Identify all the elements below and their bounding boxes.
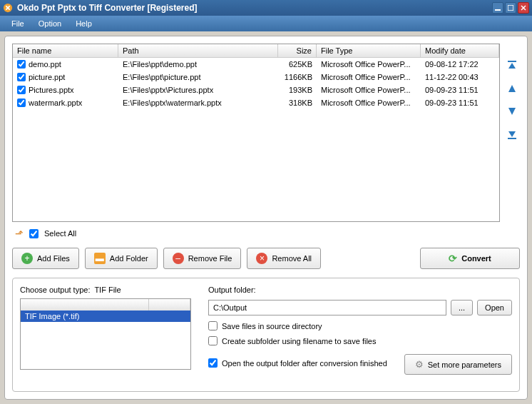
minimize-button[interactable] [492,2,503,14]
output-folder-input[interactable] [208,300,446,315]
convert-button[interactable]: ⟳ Convert [420,248,520,269]
row-date: 09-09-23 11:51 [421,97,499,108]
move-bottom-button[interactable] [506,128,518,141]
svg-rect-2 [508,5,513,11]
open-folder-button[interactable]: Open [477,300,512,315]
row-size: 1166KB [278,71,317,83]
row-checkbox[interactable] [17,60,26,69]
file-list-header: File name Path Size File Type Modify dat… [13,44,499,58]
svg-rect-3 [508,61,516,62]
create-subfolder-label: Create subfolder using filename to save … [222,337,376,345]
row-type: Microsoft Office PowerP... [317,59,421,70]
col-size[interactable]: Size [278,44,317,57]
save-in-source-label: Save files in source directory [222,322,322,330]
convert-label: Convert [461,254,491,263]
remove-file-button[interactable]: – Remove File [163,248,242,269]
row-size: 625KB [278,59,317,70]
plus-icon: + [21,253,33,264]
table-row[interactable]: watermark.pptxE:\Files\pptx\watermark.pp… [13,96,499,109]
col-date[interactable]: Modify date [421,44,499,57]
row-filename: watermark.pptx [29,99,82,107]
output-type-label: Choose output type: TIF File [20,286,191,294]
row-checkbox[interactable] [17,86,26,94]
folder-icon: ▬ [94,253,106,264]
row-type: Microsoft Office PowerP... [317,97,421,108]
row-date: 09-08-12 17:22 [421,59,499,70]
menu-option[interactable]: Option [33,18,67,29]
remove-all-button[interactable]: × Remove All [247,248,321,269]
table-row[interactable]: demo.pptE:\Files\ppt\demo.ppt625KBMicros… [13,58,499,71]
remove-all-label: Remove All [272,254,312,263]
move-down-button[interactable] [506,105,518,118]
table-row[interactable]: picture.pptE:\Files\ppt\picture.ppt1166K… [13,71,499,84]
row-path: E:\Files\ppt\picture.ppt [118,71,278,83]
move-top-button[interactable] [506,59,518,72]
row-size: 318KB [278,97,317,108]
remove-file-label: Remove File [188,254,232,263]
open-after-label: Open the output folder after conversion … [222,359,387,368]
menu-help[interactable]: Help [70,18,98,29]
row-date: 11-12-22 00:43 [421,71,499,83]
svg-rect-4 [508,138,516,139]
row-filename: demo.ppt [29,60,61,69]
file-list[interactable]: File name Path Size File Type Modify dat… [12,44,500,222]
save-in-source-checkbox[interactable] [208,321,218,330]
row-date: 09-09-23 11:51 [421,84,499,96]
select-all-label: Select All [44,229,76,238]
create-subfolder-checkbox[interactable] [208,336,218,345]
row-size: 193KB [278,84,317,96]
row-filename: Pictures.pptx [29,86,74,94]
svg-rect-1 [495,9,501,11]
close-button[interactable] [518,2,529,14]
row-type: Microsoft Office PowerP... [317,84,421,96]
app-icon [3,3,13,13]
col-type[interactable]: File Type [317,44,421,57]
output-type-list[interactable]: TIF Image (*.tif) [20,298,191,370]
row-path: E:\Files\ppt\demo.ppt [118,59,278,70]
row-filename: picture.ppt [29,73,65,81]
table-row[interactable]: Pictures.pptxE:\Files\pptx\Pictures.pptx… [13,84,499,96]
set-parameters-label: Set more parameters [428,360,501,369]
add-files-button[interactable]: + Add Files [12,248,79,269]
titlebar: Okdo Ppt Pptx to Tiff Converter [Registe… [0,0,532,16]
col-path[interactable]: Path [118,44,278,57]
add-files-label: Add Files [37,254,70,263]
convert-icon: ⟳ [449,253,457,264]
row-path: E:\Files\pptx\watermark.pptx [118,97,278,108]
set-parameters-button[interactable]: ⚙ Set more parameters [404,354,512,375]
row-checkbox[interactable] [17,73,26,81]
minus-icon: – [173,253,184,264]
col-filename[interactable]: File name [13,44,118,57]
menu-file[interactable]: File [6,18,30,29]
move-up-button[interactable] [506,82,518,95]
maximize-button[interactable] [505,2,516,14]
add-folder-button[interactable]: ▬ Add Folder [85,248,158,269]
add-folder-label: Add Folder [110,254,148,263]
open-after-checkbox[interactable] [208,358,218,368]
browse-button[interactable]: ... [451,300,473,315]
row-type: Microsoft Office PowerP... [317,71,421,83]
folder-up-icon[interactable]: ⬏ [15,228,24,239]
output-panel: Choose output type: TIF File TIF Image (… [12,278,520,392]
select-all-checkbox[interactable] [29,229,39,238]
x-icon: × [256,253,267,264]
menubar: File Option Help [0,16,532,31]
output-type-option[interactable]: TIF Image (*.tif) [21,310,190,322]
row-path: E:\Files\pptx\Pictures.pptx [118,84,278,96]
gear-icon: ⚙ [415,359,424,370]
output-folder-label: Output folder: [208,286,512,294]
window-title: Okdo Ppt Pptx to Tiff Converter [Registe… [17,3,492,13]
row-checkbox[interactable] [17,99,26,107]
reorder-controls [504,44,520,222]
main-content: File name Path Size File Type Modify dat… [4,36,528,400]
